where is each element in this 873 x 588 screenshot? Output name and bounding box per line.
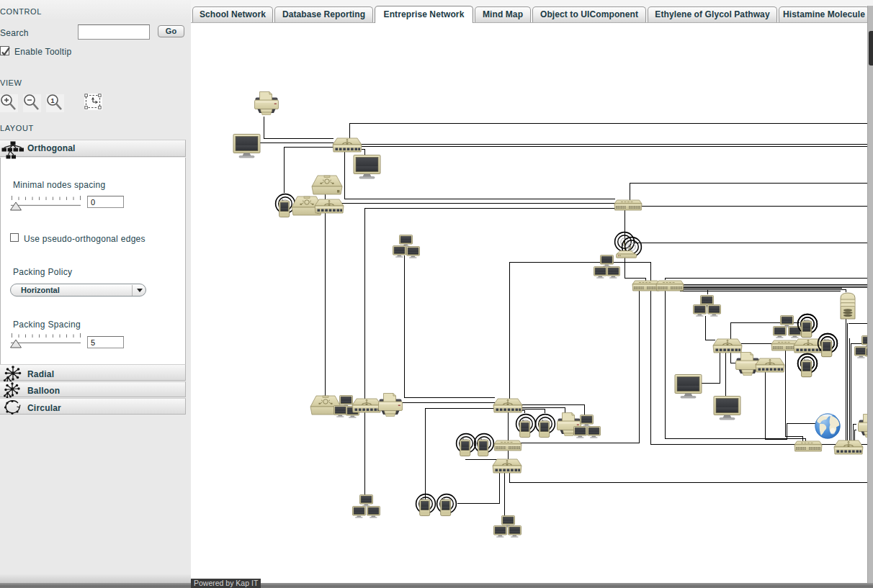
svg-text:1: 1 [50,97,54,104]
